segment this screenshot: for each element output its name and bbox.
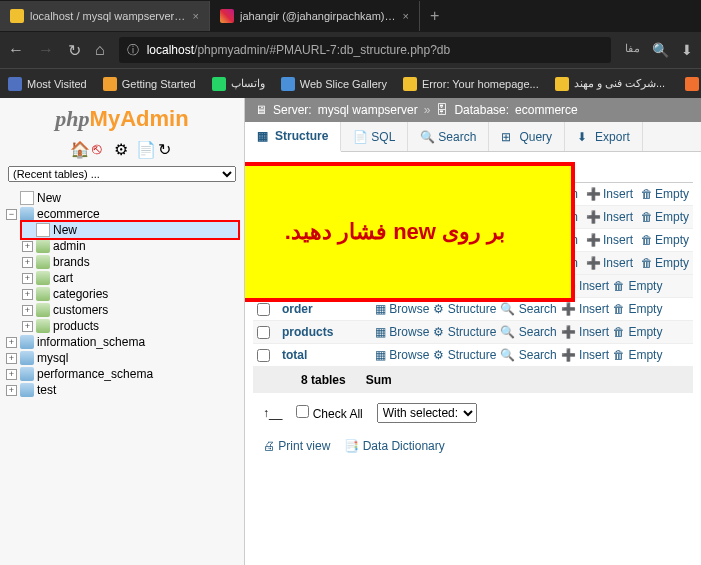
print-view-link[interactable]: 🖨 Print view [263, 439, 330, 453]
warning-icon [403, 77, 417, 91]
action-insert[interactable]: ➕Insert [586, 256, 633, 270]
tab-close-icon[interactable]: × [403, 10, 409, 22]
bookmark-item[interactable]: واتساپ [212, 77, 265, 91]
action-empty[interactable]: 🗑Empty [641, 233, 689, 247]
tab-close-icon[interactable]: × [193, 10, 199, 22]
row-checkbox[interactable] [257, 303, 270, 316]
back-button[interactable]: ← [8, 41, 24, 59]
action-insert[interactable]: ➕ Insert [561, 348, 609, 362]
home-button[interactable]: ⌂ [95, 41, 105, 59]
action-insert[interactable]: ➕Insert [586, 187, 633, 201]
export-icon: ⬇ [577, 130, 591, 144]
action-empty[interactable]: 🗑 Empty [613, 348, 662, 362]
action-insert[interactable]: ➕ Insert [561, 302, 609, 316]
action-search[interactable]: 🔍 Search [500, 325, 556, 339]
tab-sql[interactable]: 📄SQL [341, 122, 408, 151]
tab-export[interactable]: ⬇Export [565, 122, 643, 151]
action-structure[interactable]: ⚙ Structure [433, 302, 496, 316]
tree-db[interactable]: +test [6, 382, 238, 398]
tab-search[interactable]: 🔍Search [408, 122, 489, 151]
reload-icon[interactable]: ↻ [158, 140, 174, 156]
expand-icon[interactable]: + [6, 353, 17, 364]
action-empty[interactable]: 🗑Empty [641, 210, 689, 224]
action-empty[interactable]: 🗑 Empty [613, 325, 662, 339]
action-browse[interactable]: ▦ Browse [375, 302, 429, 316]
expand-icon[interactable]: + [22, 305, 33, 316]
bookmark-item[interactable]: شرکت فنی و مهند... [555, 77, 665, 91]
browser-tab[interactable]: localhost / mysql wampserver / ec × [0, 1, 210, 31]
bookmark-item[interactable]: Web Slice Gallery [281, 77, 387, 91]
bookmark-item[interactable]: Most Visited [8, 77, 87, 91]
data-dictionary-link[interactable]: 📑 Data Dictionary [344, 439, 444, 453]
home-icon[interactable]: 🏠 [70, 140, 86, 156]
expand-icon[interactable]: + [22, 241, 33, 252]
tree-table[interactable]: +customers [22, 302, 238, 318]
bc-db-link[interactable]: ecommerce [515, 103, 578, 117]
expand-icon[interactable]: + [6, 337, 17, 348]
browser-tab[interactable]: jahangir (@jahangirpachkam) • Ins × [210, 1, 420, 31]
expand-icon[interactable]: + [22, 257, 33, 268]
row-checkbox[interactable] [257, 326, 270, 339]
action-browse[interactable]: ▦ Browse [375, 348, 429, 362]
tree-db[interactable]: +performance_schema [6, 366, 238, 382]
table-name[interactable]: total [282, 348, 367, 362]
search-icon[interactable]: 🔍 [652, 42, 669, 58]
tree-db[interactable]: +mysql [6, 350, 238, 366]
tree-label: brands [53, 255, 90, 269]
sql-icon[interactable]: ⚙ [114, 140, 130, 156]
expand-icon[interactable]: + [6, 369, 17, 380]
tree-table[interactable]: +categories [22, 286, 238, 302]
collapse-icon[interactable]: − [6, 209, 17, 220]
tab-query[interactable]: ⊞Query [489, 122, 565, 151]
bookmark-item[interactable]: Getting Started [103, 77, 196, 91]
whatsapp-icon [212, 77, 226, 91]
expand-icon[interactable]: + [6, 385, 17, 396]
action-insert[interactable]: ➕Insert [586, 233, 633, 247]
action-search[interactable]: 🔍 Search [500, 302, 556, 316]
tree-new-table[interactable]: New [22, 222, 238, 238]
cpanel-icon[interactable] [685, 77, 699, 91]
action-insert[interactable]: ➕Insert [586, 210, 633, 224]
action-insert[interactable]: ➕ Insert [561, 325, 609, 339]
tree-table[interactable]: +products [22, 318, 238, 334]
bc-server-link[interactable]: mysql wampserver [318, 103, 418, 117]
address-bar[interactable]: ⓘ localhost/phpmyadmin/#PMAURL-7:db_stru… [119, 37, 611, 63]
tree-table[interactable]: +cart [22, 270, 238, 286]
table-name[interactable]: order [282, 302, 367, 316]
action-browse[interactable]: ▦ Browse [375, 325, 429, 339]
recent-tables-select[interactable]: (Recent tables) ... [8, 166, 236, 182]
check-all[interactable]: Check All [296, 405, 362, 421]
action-structure[interactable]: ⚙ Structure [433, 348, 496, 362]
table-icon [36, 319, 50, 333]
logout-icon[interactable]: ⎋ [92, 140, 108, 156]
bookmark-icon [555, 77, 569, 91]
tree-label: ecommerce [37, 207, 100, 221]
download-icon[interactable]: ⬇ [681, 42, 693, 58]
action-empty[interactable]: 🗑 Empty [613, 279, 662, 293]
action-empty[interactable]: 🗑Empty [641, 256, 689, 270]
action-search[interactable]: 🔍 Search [500, 348, 556, 362]
row-checkbox[interactable] [257, 349, 270, 362]
table-name[interactable]: products [282, 325, 367, 339]
action-empty[interactable]: 🗑Empty [641, 187, 689, 201]
docs-icon[interactable]: 📄 [136, 140, 152, 156]
action-structure[interactable]: ⚙ Structure [433, 325, 496, 339]
tree-new[interactable]: New [6, 190, 238, 206]
table-icon [36, 303, 50, 317]
expand-icon[interactable]: + [22, 321, 33, 332]
tree-db[interactable]: +information_schema [6, 334, 238, 350]
with-selected-select[interactable]: With selected: [377, 403, 477, 423]
tree-db-ecommerce[interactable]: −ecommerce [6, 206, 238, 222]
action-empty[interactable]: 🗑 Empty [613, 302, 662, 316]
tab-title: jahangir (@jahangirpachkam) • Ins [240, 10, 397, 22]
bookmark-item[interactable]: Error: Your homepage... [403, 77, 539, 91]
tab-structure[interactable]: ▦Structure [245, 122, 341, 152]
reload-button[interactable]: ↻ [68, 41, 81, 60]
check-all-checkbox[interactable] [296, 405, 309, 418]
expand-icon[interactable]: + [22, 273, 33, 284]
nav-tabs: ▦Structure 📄SQL 🔍Search ⊞Query ⬇Export [245, 122, 701, 152]
tree-table[interactable]: +admin [22, 238, 238, 254]
expand-icon[interactable]: + [22, 289, 33, 300]
tree-table[interactable]: +brands [22, 254, 238, 270]
new-tab-button[interactable]: + [420, 7, 449, 25]
